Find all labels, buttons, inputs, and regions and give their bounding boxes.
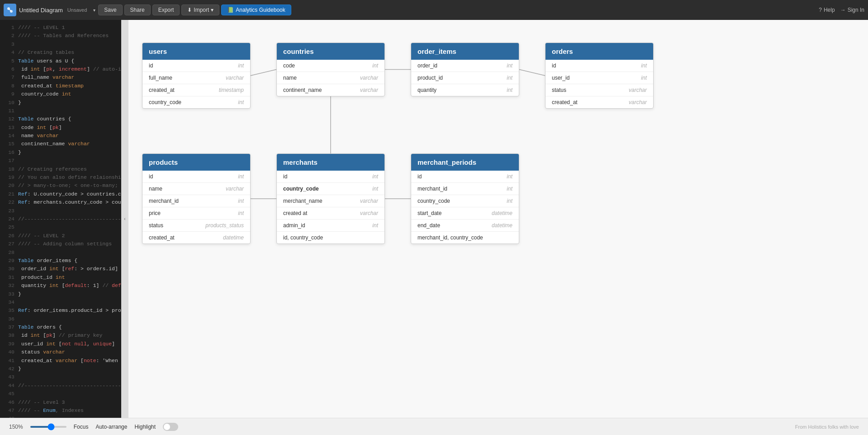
field-name: country_code: [417, 198, 450, 204]
code-line: 28: [2, 249, 119, 257]
table-body-orders: idintuser_idintstatusvarcharcreated_atva…: [545, 60, 653, 108]
guidebook-icon: 📗: [227, 7, 234, 13]
field-name: created_at: [552, 99, 578, 105]
import-button[interactable]: ⬇ Import ▾: [181, 5, 219, 15]
code-line: 35Ref: order_items.product_id > products: [2, 306, 119, 315]
code-line: 9 country_code int: [2, 90, 119, 98]
field-name: quantity: [417, 87, 436, 93]
table-body-merchants: idintcountry_codeintmerchant_namevarchar…: [277, 171, 384, 244]
field-name: start_date: [417, 210, 441, 216]
table-row: start_datedatetime: [411, 207, 519, 220]
code-line: 24//----------------------------------: [2, 215, 119, 223]
code-line: 22Ref: merchants.country_code > countrie…: [2, 198, 119, 206]
field-type: int: [238, 198, 244, 204]
highlight-toggle[interactable]: [163, 423, 178, 431]
table-products[interactable]: productsidintnamevarcharmerchant_idintpr…: [142, 153, 251, 244]
diagram-title: Untitled Diagram: [19, 7, 63, 14]
table-row: country_codeint: [142, 96, 250, 108]
table-row: created_attimestamp: [142, 84, 250, 96]
bottombar: 150% Focus Auto-arrange Highlight From H…: [0, 418, 868, 435]
code-line: 45: [2, 390, 119, 398]
field-type: timestamp: [219, 87, 244, 93]
table-row: codeint: [277, 60, 384, 72]
field-type: int: [238, 210, 244, 216]
code-line: 14 name varchar: [2, 132, 119, 140]
table-row: namevarchar: [142, 183, 250, 195]
code-line: 26//// -- LEVEL 2: [2, 232, 119, 240]
code-line: 16}: [2, 148, 119, 157]
panel-collapse-handle[interactable]: ‹: [121, 20, 128, 418]
code-panel[interactable]: 1//// -- LEVEL 12//// -- Tables and Refe…: [0, 20, 121, 418]
table-row: statusproducts_status: [142, 220, 250, 232]
field-type: int: [507, 87, 512, 93]
table-row: continent_namevarchar: [277, 84, 384, 96]
table-body-users: idintfull_namevarcharcreated_attimestamp…: [142, 60, 250, 108]
table-merchants[interactable]: merchantsidintcountry_codeintmerchant_na…: [276, 153, 385, 244]
diagram-canvas[interactable]: usersidintfull_namevarcharcreated_attime…: [128, 20, 868, 418]
code-line: 18// Creating references: [2, 165, 119, 173]
field-name: name: [283, 75, 297, 81]
table-orders[interactable]: ordersidintuser_idintstatusvarcharcreate…: [545, 43, 654, 109]
code-line: 33}: [2, 290, 119, 298]
focus-button[interactable]: Focus: [74, 424, 89, 430]
table-row: product_idint: [411, 72, 519, 84]
code-line: 11: [2, 107, 119, 115]
field-name: id: [283, 173, 287, 180]
table-row: created_atdatetime: [142, 232, 250, 244]
table-body-order_items: order_idintproduct_idintquantityint: [411, 60, 519, 96]
code-line: 47//// -- Enum, Indexes: [2, 406, 119, 415]
field-name: user_id: [552, 75, 569, 81]
zoom-slider[interactable]: [30, 426, 66, 428]
field-type: varchar: [360, 198, 378, 204]
table-row: priceint: [142, 207, 250, 220]
table-countries[interactable]: countriescodeintnamevarcharcontinent_nam…: [276, 43, 385, 96]
auto-arrange-button[interactable]: Auto-arrange: [95, 424, 127, 430]
code-line: 41 created_at varchar [note: 'When orde: [2, 357, 119, 365]
action-buttons: Save Share Export ⬇ Import ▾ 📗 Analytics…: [98, 5, 291, 15]
code-line: 42}: [2, 365, 119, 373]
table-order_items[interactable]: order_itemsorder_idintproduct_idintquant…: [411, 43, 519, 96]
table-users[interactable]: usersidintfull_namevarcharcreated_attime…: [142, 43, 251, 109]
table-row: idint: [411, 171, 519, 183]
field-name: id, country_code: [283, 234, 323, 241]
highlight-label: Highlight: [134, 424, 156, 430]
field-name: merchant_name: [283, 198, 323, 204]
code-line: 2//// -- Tables and References: [2, 32, 119, 40]
code-line: 4// Creating tables: [2, 48, 119, 57]
table-merchant_periods[interactable]: merchant_periodsidintmerchant_idintcount…: [411, 153, 519, 244]
title-chevron-icon[interactable]: ▾: [93, 8, 95, 13]
help-link[interactable]: ? Help: [819, 7, 835, 13]
field-type: varchar: [629, 99, 647, 105]
field-type: int: [372, 62, 378, 69]
code-line: 10}: [2, 99, 119, 107]
field-type: varchar: [360, 210, 378, 216]
signin-link[interactable]: → Sign In: [840, 7, 864, 13]
field-name: id: [552, 62, 556, 69]
field-type: int: [238, 62, 244, 69]
save-button[interactable]: Save: [98, 5, 122, 15]
table-header-orders: orders: [545, 43, 653, 60]
code-line: 3: [2, 40, 119, 48]
field-name: id: [149, 173, 153, 180]
field-type: products_status: [205, 222, 244, 229]
field-type: int: [507, 75, 512, 81]
code-line: 40 status varchar: [2, 348, 119, 356]
table-row: idint: [545, 60, 653, 72]
guidebook-button[interactable]: 📗 Analytics Guidebook: [221, 5, 291, 15]
code-line: 5Table users as U {: [2, 57, 119, 65]
table-row: merchant_id, country_code: [411, 232, 519, 244]
field-name: product_id: [417, 75, 443, 81]
code-line: 15 continent_name varchar: [2, 140, 119, 148]
table-row: country_codeint: [277, 183, 384, 195]
credit-text: From Holistics folks with love: [795, 424, 859, 430]
field-name: full_name: [149, 75, 172, 81]
main-area: 1//// -- LEVEL 12//// -- Tables and Refe…: [0, 20, 868, 418]
table-row: merchant_idint: [411, 183, 519, 195]
export-button[interactable]: Export: [152, 5, 180, 15]
field-type: int: [507, 198, 512, 204]
share-button[interactable]: Share: [124, 5, 151, 15]
field-name: price: [149, 210, 161, 216]
help-icon: ?: [819, 7, 822, 13]
code-line: 30 order_id int [ref: > orders.id] // a: [2, 265, 119, 273]
code-line: 20// > many-to-one; < one-to-many; - one: [2, 182, 119, 190]
